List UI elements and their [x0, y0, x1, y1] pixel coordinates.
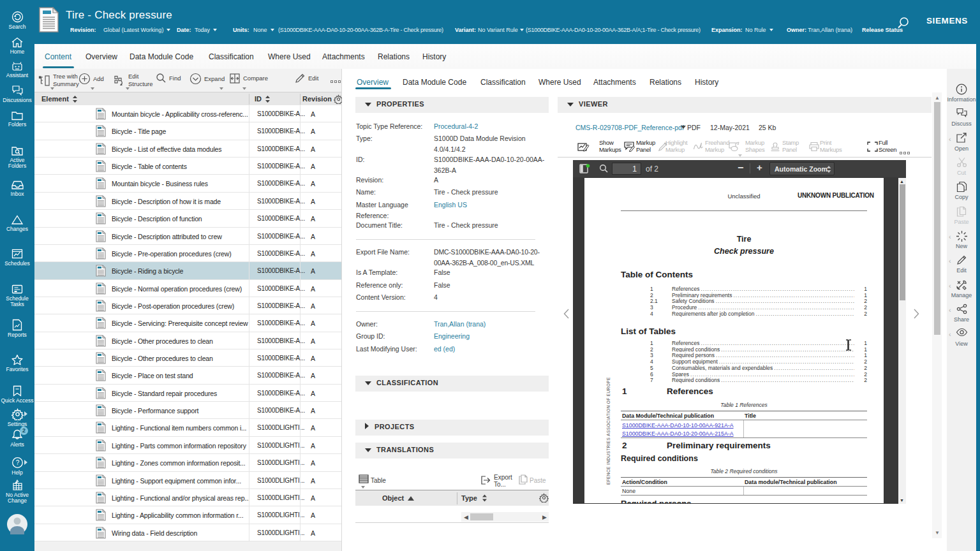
- svg-text:?: ?: [15, 459, 19, 466]
